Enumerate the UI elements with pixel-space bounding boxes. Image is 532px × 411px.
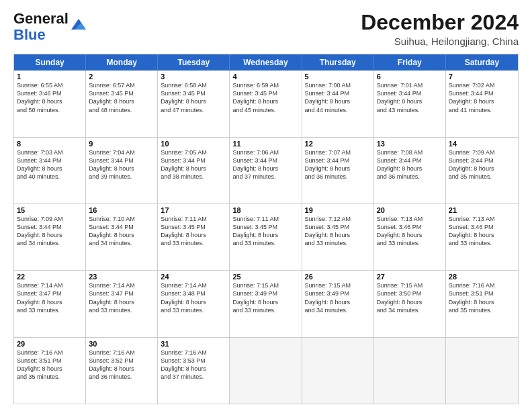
cal-cell: 31Sunrise: 7:16 AM Sunset: 3:53 PM Dayli…	[158, 338, 230, 404]
cell-info: Sunrise: 7:11 AM Sunset: 3:45 PM Dayligh…	[161, 215, 226, 248]
logo-icon	[71, 19, 86, 30]
day-number: 18	[232, 206, 298, 214]
cal-cell: 13Sunrise: 7:08 AM Sunset: 3:44 PM Dayli…	[374, 138, 446, 203]
cell-info: Sunrise: 7:06 AM Sunset: 3:44 PM Dayligh…	[232, 148, 298, 181]
cal-row: 1Sunrise: 6:55 AM Sunset: 3:46 PM Daylig…	[14, 71, 518, 136]
cell-info: Sunrise: 7:03 AM Sunset: 3:44 PM Dayligh…	[17, 148, 83, 181]
day-number: 16	[89, 206, 154, 214]
cell-info: Sunrise: 7:00 AM Sunset: 3:44 PM Dayligh…	[305, 81, 371, 114]
cell-info: Sunrise: 7:07 AM Sunset: 3:44 PM Dayligh…	[305, 148, 371, 181]
header: General Blue December 2024 Suihua, Heilo…	[13, 11, 519, 47]
cell-info: Sunrise: 7:14 AM Sunset: 3:47 PM Dayligh…	[17, 281, 83, 314]
cal-cell: 10Sunrise: 7:05 AM Sunset: 3:44 PM Dayli…	[158, 138, 230, 203]
day-number: 10	[161, 140, 226, 148]
cell-info: Sunrise: 7:16 AM Sunset: 3:51 PM Dayligh…	[17, 349, 83, 381]
cal-row: 8Sunrise: 7:03 AM Sunset: 3:44 PM Daylig…	[14, 137, 518, 203]
cell-info: Sunrise: 7:15 AM Sunset: 3:50 PM Dayligh…	[377, 281, 443, 314]
month-title: December 2024	[361, 11, 519, 34]
day-number: 17	[161, 206, 226, 214]
cell-info: Sunrise: 7:16 AM Sunset: 3:53 PM Dayligh…	[161, 349, 226, 381]
cal-cell: 9Sunrise: 7:04 AM Sunset: 3:44 PM Daylig…	[86, 138, 158, 203]
day-number: 1	[17, 73, 83, 81]
cal-cell	[302, 338, 374, 404]
cell-info: Sunrise: 7:10 AM Sunset: 3:44 PM Dayligh…	[89, 215, 154, 248]
cal-header-cell: Saturday	[446, 54, 518, 71]
cal-cell: 5Sunrise: 7:00 AM Sunset: 3:44 PM Daylig…	[302, 71, 374, 136]
day-number: 3	[161, 73, 226, 81]
cell-info: Sunrise: 7:14 AM Sunset: 3:47 PM Dayligh…	[89, 281, 154, 314]
cal-header-cell: Wednesday	[230, 54, 302, 71]
day-number: 22	[17, 273, 83, 281]
cell-info: Sunrise: 7:08 AM Sunset: 3:44 PM Dayligh…	[377, 148, 443, 181]
cal-cell: 21Sunrise: 7:13 AM Sunset: 3:46 PM Dayli…	[446, 204, 518, 270]
day-number: 5	[305, 73, 371, 81]
cal-cell: 15Sunrise: 7:09 AM Sunset: 3:44 PM Dayli…	[14, 204, 86, 270]
logo-blue: Blue	[13, 26, 46, 43]
cell-info: Sunrise: 7:09 AM Sunset: 3:44 PM Dayligh…	[449, 148, 515, 181]
subtitle: Suihua, Heilongjiang, China	[361, 36, 519, 47]
calendar: SundayMondayTuesdayWednesdayThursdayFrid…	[13, 54, 519, 404]
cal-cell: 18Sunrise: 7:11 AM Sunset: 3:45 PM Dayli…	[230, 204, 302, 270]
day-number: 27	[377, 273, 443, 281]
cal-header-cell: Thursday	[302, 54, 374, 71]
cell-info: Sunrise: 7:16 AM Sunset: 3:51 PM Dayligh…	[449, 281, 515, 314]
day-number: 26	[305, 273, 371, 281]
cell-info: Sunrise: 7:09 AM Sunset: 3:44 PM Dayligh…	[17, 215, 83, 248]
cal-cell: 27Sunrise: 7:15 AM Sunset: 3:50 PM Dayli…	[374, 271, 446, 336]
cal-cell: 17Sunrise: 7:11 AM Sunset: 3:45 PM Dayli…	[158, 204, 230, 270]
cal-header-cell: Sunday	[14, 54, 86, 71]
day-number: 13	[377, 140, 443, 148]
cell-info: Sunrise: 6:55 AM Sunset: 3:46 PM Dayligh…	[17, 81, 83, 114]
logo: General Blue	[13, 11, 86, 43]
cal-cell: 20Sunrise: 7:13 AM Sunset: 3:46 PM Dayli…	[374, 204, 446, 270]
title-block: December 2024 Suihua, Heilongjiang, Chin…	[361, 11, 519, 47]
cal-cell: 22Sunrise: 7:14 AM Sunset: 3:47 PM Dayli…	[14, 271, 86, 336]
day-number: 29	[17, 340, 83, 348]
day-number: 8	[17, 140, 83, 148]
day-number: 25	[232, 273, 298, 281]
cell-info: Sunrise: 7:02 AM Sunset: 3:44 PM Dayligh…	[449, 81, 515, 114]
cal-cell: 6Sunrise: 7:01 AM Sunset: 3:44 PM Daylig…	[374, 71, 446, 136]
day-number: 31	[161, 340, 226, 348]
day-number: 28	[449, 273, 515, 281]
cal-cell: 29Sunrise: 7:16 AM Sunset: 3:51 PM Dayli…	[14, 338, 86, 404]
day-number: 9	[89, 140, 154, 148]
cell-info: Sunrise: 7:05 AM Sunset: 3:44 PM Dayligh…	[161, 148, 226, 181]
cal-cell: 25Sunrise: 7:15 AM Sunset: 3:49 PM Dayli…	[230, 271, 302, 336]
logo-general: General	[13, 10, 69, 27]
cell-info: Sunrise: 6:57 AM Sunset: 3:45 PM Dayligh…	[89, 81, 154, 114]
cell-info: Sunrise: 7:16 AM Sunset: 3:52 PM Dayligh…	[89, 349, 154, 381]
day-number: 19	[305, 206, 371, 214]
day-number: 11	[232, 140, 298, 148]
cal-header-cell: Tuesday	[158, 54, 230, 71]
cell-info: Sunrise: 7:01 AM Sunset: 3:44 PM Dayligh…	[377, 81, 443, 114]
day-number: 21	[449, 206, 515, 214]
day-number: 12	[305, 140, 371, 148]
cell-info: Sunrise: 7:13 AM Sunset: 3:46 PM Dayligh…	[377, 215, 443, 248]
cal-cell: 3Sunrise: 6:58 AM Sunset: 3:45 PM Daylig…	[158, 71, 230, 136]
cal-cell: 12Sunrise: 7:07 AM Sunset: 3:44 PM Dayli…	[302, 138, 374, 203]
cell-info: Sunrise: 6:58 AM Sunset: 3:45 PM Dayligh…	[161, 81, 226, 114]
cal-cell: 7Sunrise: 7:02 AM Sunset: 3:44 PM Daylig…	[446, 71, 518, 136]
cal-cell: 4Sunrise: 6:59 AM Sunset: 3:45 PM Daylig…	[230, 71, 302, 136]
cell-info: Sunrise: 7:15 AM Sunset: 3:49 PM Dayligh…	[305, 281, 371, 314]
cal-cell: 11Sunrise: 7:06 AM Sunset: 3:44 PM Dayli…	[230, 138, 302, 203]
cal-header-cell: Monday	[86, 54, 158, 71]
cal-cell	[446, 338, 518, 404]
cal-cell: 8Sunrise: 7:03 AM Sunset: 3:44 PM Daylig…	[14, 138, 86, 203]
day-number: 23	[89, 273, 154, 281]
logo-text: General Blue	[13, 11, 69, 43]
cell-info: Sunrise: 7:04 AM Sunset: 3:44 PM Dayligh…	[89, 148, 154, 181]
cell-info: Sunrise: 7:12 AM Sunset: 3:45 PM Dayligh…	[305, 215, 371, 248]
cal-cell	[374, 338, 446, 404]
day-number: 6	[377, 73, 443, 81]
cell-info: Sunrise: 6:59 AM Sunset: 3:45 PM Dayligh…	[232, 81, 298, 114]
cal-cell: 19Sunrise: 7:12 AM Sunset: 3:45 PM Dayli…	[302, 204, 374, 270]
day-number: 30	[89, 340, 154, 348]
day-number: 2	[89, 73, 154, 81]
page: General Blue December 2024 Suihua, Heilo…	[0, 0, 532, 411]
cal-cell	[230, 338, 302, 404]
cal-cell: 2Sunrise: 6:57 AM Sunset: 3:45 PM Daylig…	[86, 71, 158, 136]
cal-cell: 14Sunrise: 7:09 AM Sunset: 3:44 PM Dayli…	[446, 138, 518, 203]
cal-cell: 30Sunrise: 7:16 AM Sunset: 3:52 PM Dayli…	[86, 338, 158, 404]
